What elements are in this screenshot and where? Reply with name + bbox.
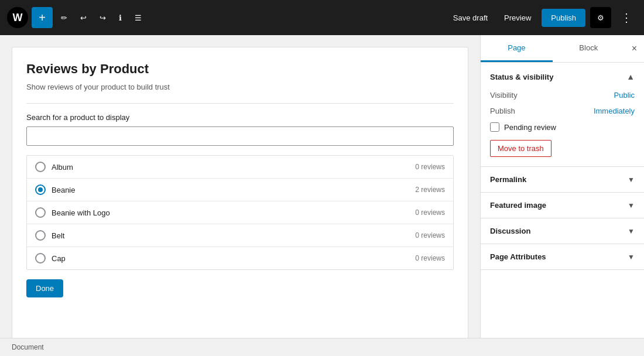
save-draft-button[interactable]: Save draft bbox=[447, 10, 494, 26]
list-item[interactable]: Album 0 reviews bbox=[27, 156, 453, 179]
product-review-count: 0 reviews bbox=[415, 254, 445, 262]
discussion-section[interactable]: Discussion ▼ bbox=[481, 218, 644, 244]
pending-review-label: Pending review bbox=[504, 123, 556, 132]
list-item[interactable]: Beanie with Logo 0 reviews bbox=[27, 201, 453, 224]
discussion-chevron-icon: ▼ bbox=[628, 227, 635, 235]
settings-icon: ⚙ bbox=[597, 13, 604, 22]
sidebar: Page Block × Status & visibility ▲ Visib… bbox=[480, 35, 644, 356]
block-subtitle: Show reviews of your product to build tr… bbox=[26, 83, 454, 91]
product-name: Belt bbox=[52, 231, 415, 240]
tab-page[interactable]: Page bbox=[481, 35, 553, 62]
product-list: Album 0 reviews Beanie 2 reviews Beanie … bbox=[26, 155, 454, 270]
main-layout: Reviews by Product Show reviews of your … bbox=[0, 0, 644, 356]
product-review-count: 0 reviews bbox=[415, 163, 445, 171]
editor-content-block: Reviews by Product Show reviews of your … bbox=[12, 47, 468, 344]
page-attributes-title: Page Attributes bbox=[490, 252, 546, 261]
close-sidebar-button[interactable]: × bbox=[625, 35, 644, 62]
product-name: Beanie bbox=[52, 186, 415, 194]
publish-row: Publish Immediately bbox=[490, 107, 635, 115]
document-label: Document bbox=[0, 338, 644, 356]
undo-button[interactable]: ↩ bbox=[76, 10, 91, 26]
discussion-title: Discussion bbox=[490, 227, 530, 235]
edit-button[interactable]: ✏ bbox=[56, 10, 72, 26]
undo-icon: ↩ bbox=[80, 13, 87, 22]
close-icon: × bbox=[632, 43, 637, 54]
status-section-title: Status & visibility bbox=[490, 73, 553, 81]
pending-review-row: Pending review bbox=[490, 122, 635, 132]
visibility-value[interactable]: Public bbox=[614, 91, 635, 100]
list-view-button[interactable]: ☰ bbox=[130, 10, 146, 26]
done-section: Done bbox=[26, 279, 454, 297]
radio-beanie[interactable] bbox=[35, 184, 46, 195]
search-label: Search for a product to display bbox=[26, 113, 454, 122]
list-icon: ☰ bbox=[135, 13, 142, 22]
product-name: Cap bbox=[52, 254, 415, 263]
page-attributes-chevron-icon: ▼ bbox=[628, 253, 635, 261]
redo-icon: ↪ bbox=[100, 13, 106, 22]
page-attributes-section[interactable]: Page Attributes ▼ bbox=[481, 244, 644, 270]
pending-review-checkbox[interactable] bbox=[490, 122, 499, 132]
featured-image-chevron-icon: ▼ bbox=[628, 201, 635, 210]
radio-album[interactable] bbox=[35, 162, 46, 172]
editor-area: Reviews by Product Show reviews of your … bbox=[0, 35, 480, 356]
product-name: Beanie with Logo bbox=[52, 208, 415, 217]
list-item[interactable]: Belt 0 reviews bbox=[27, 224, 453, 247]
featured-image-title: Featured image bbox=[490, 201, 546, 210]
add-block-button[interactable]: + bbox=[32, 7, 53, 28]
status-section-header[interactable]: Status & visibility ▲ bbox=[490, 72, 635, 81]
wordpress-logo[interactable]: W bbox=[7, 7, 28, 28]
sidebar-tabs: Page Block × bbox=[481, 35, 644, 63]
radio-belt[interactable] bbox=[35, 230, 46, 241]
more-icon: ⋮ bbox=[621, 11, 632, 24]
list-item[interactable]: Cap 0 reviews bbox=[27, 247, 453, 269]
collapse-icon: ▲ bbox=[626, 72, 635, 81]
tab-block[interactable]: Block bbox=[553, 35, 625, 62]
header-left: W + ✏ ↩ ↪ ℹ ☰ bbox=[7, 7, 443, 28]
status-visibility-section: Status & visibility ▲ Visibility Public … bbox=[481, 63, 644, 167]
product-name: Album bbox=[52, 163, 415, 172]
product-review-count: 0 reviews bbox=[415, 231, 445, 239]
visibility-row: Visibility Public bbox=[490, 91, 635, 100]
product-search-input[interactable] bbox=[26, 126, 454, 146]
permalink-chevron-icon: ▼ bbox=[628, 176, 635, 184]
list-item[interactable]: Beanie 2 reviews bbox=[27, 179, 453, 201]
redo-button[interactable]: ↪ bbox=[95, 10, 111, 26]
publish-label: Publish bbox=[490, 107, 515, 115]
product-review-count: 0 reviews bbox=[415, 208, 445, 217]
radio-cap[interactable] bbox=[35, 253, 46, 263]
edit-icon: ✏ bbox=[61, 13, 67, 22]
featured-image-section[interactable]: Featured image ▼ bbox=[481, 193, 644, 218]
preview-button[interactable]: Preview bbox=[498, 10, 537, 26]
settings-button[interactable]: ⚙ bbox=[590, 7, 611, 28]
header: W + ✏ ↩ ↪ ℹ ☰ Save draft Preview Publish… bbox=[0, 0, 644, 35]
visibility-label: Visibility bbox=[490, 91, 518, 100]
publish-value[interactable]: Immediately bbox=[594, 107, 635, 115]
radio-beanie-logo[interactable] bbox=[35, 207, 46, 218]
block-title: Reviews by Product bbox=[26, 61, 454, 77]
permalink-title: Permalink bbox=[490, 175, 526, 184]
header-right: Save draft Preview Publish ⚙ ⋮ bbox=[447, 7, 637, 28]
more-options-button[interactable]: ⋮ bbox=[616, 8, 637, 27]
product-review-count: 2 reviews bbox=[415, 186, 445, 194]
done-button[interactable]: Done bbox=[26, 279, 63, 297]
publish-button[interactable]: Publish bbox=[542, 9, 585, 27]
info-icon: ℹ bbox=[119, 13, 122, 22]
move-to-trash-button[interactable]: Move to trash bbox=[490, 140, 551, 157]
info-button[interactable]: ℹ bbox=[114, 10, 126, 26]
block-divider bbox=[26, 103, 454, 104]
permalink-section[interactable]: Permalink ▼ bbox=[481, 167, 644, 193]
